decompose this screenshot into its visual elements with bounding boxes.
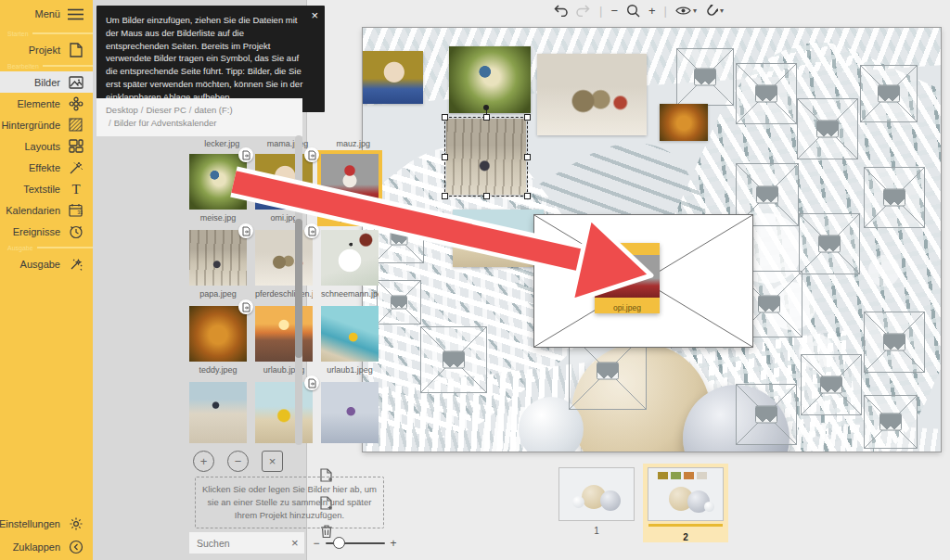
breadcrumb-separator: / bbox=[109, 118, 111, 128]
selection-frame[interactable] bbox=[444, 117, 528, 197]
file-item[interactable] bbox=[189, 382, 247, 443]
dragged-image-chip[interactable]: opi.jpeg bbox=[595, 243, 660, 313]
image-placeholder[interactable] bbox=[864, 167, 925, 228]
view-eye-icon[interactable]: ▾ bbox=[675, 6, 697, 16]
breadcrumb-segment[interactable]: Bilder für Adventskalender bbox=[114, 118, 217, 128]
search-input[interactable] bbox=[195, 537, 291, 550]
image-placeholder[interactable] bbox=[801, 354, 862, 415]
resize-handle-e[interactable] bbox=[524, 154, 531, 160]
file-item-urlaub[interactable]: urlaub.jpeg bbox=[255, 306, 313, 375]
dragged-image-label: opi.jpeg bbox=[595, 303, 660, 312]
file-name[interactable]: mauz.jpg bbox=[320, 139, 386, 148]
placeholder-image-icon bbox=[883, 189, 905, 207]
sidebar-item-zuklappen[interactable]: Zuklappen bbox=[0, 534, 93, 560]
file-item-papa[interactable]: papa.jpeg bbox=[189, 230, 247, 299]
chevron-down-icon[interactable]: ▾ bbox=[720, 6, 724, 15]
sidebar-item-menu[interactable]: Menü bbox=[0, 0, 93, 28]
image-placeholder[interactable] bbox=[676, 48, 734, 106]
file-item-urlaub1[interactable]: urlaub1.jpeg bbox=[321, 306, 379, 375]
file-list-scrollbar[interactable] bbox=[295, 135, 302, 445]
redo-icon[interactable] bbox=[576, 5, 591, 17]
sidebar-item-elemente[interactable]: Elemente bbox=[0, 93, 93, 114]
zoom-in-icon[interactable]: + bbox=[648, 4, 656, 18]
file-thumbnail bbox=[255, 306, 313, 362]
file-item-schneemann[interactable]: schneemann.jpeg bbox=[321, 230, 379, 299]
placed-photo-papa-selected[interactable] bbox=[446, 119, 526, 195]
image-placeholder[interactable] bbox=[736, 384, 797, 445]
design-page[interactable]: opi.jpeg bbox=[363, 28, 941, 452]
sidebar-item-kalendarien[interactable]: Kalendarien 31 bbox=[0, 199, 93, 221]
sidebar-item-hintergruende[interactable]: Hintergründe bbox=[0, 114, 93, 135]
collection-dropzone[interactable]: Klicken Sie oder legen Sie Bilder hier a… bbox=[195, 477, 384, 528]
page-thumbnail-1[interactable]: 1 bbox=[559, 468, 634, 536]
breadcrumb-segment[interactable]: Desktop bbox=[106, 105, 138, 115]
scrollbar-thumb[interactable] bbox=[295, 219, 302, 358]
resize-handle-nw[interactable] bbox=[442, 114, 448, 121]
placed-photo-omi[interactable] bbox=[363, 51, 423, 104]
rotate-handle[interactable] bbox=[483, 105, 489, 110]
file-item[interactable] bbox=[255, 382, 313, 443]
image-placeholder[interactable] bbox=[420, 326, 487, 393]
page-thumbnail-strip: 1 2 bbox=[559, 468, 728, 542]
file-item-omi[interactable]: omi.jpg bbox=[255, 154, 313, 223]
remove-from-collection-button[interactable]: − bbox=[227, 451, 249, 472]
close-icon[interactable]: × bbox=[311, 9, 318, 21]
thumb-size-larger[interactable]: + bbox=[391, 537, 397, 550]
sidebar-item-ereignisse[interactable]: Ereignisse bbox=[0, 221, 93, 242]
used-in-project-badge-icon[interactable] bbox=[238, 147, 253, 162]
breadcrumb-segment[interactable]: daten (F:) bbox=[194, 105, 232, 115]
sidebar-item-bilder[interactable]: Bilder bbox=[0, 71, 93, 93]
placed-photo-pferdeschlitten[interactable] bbox=[537, 54, 647, 135]
used-in-project-badge-icon[interactable] bbox=[238, 299, 253, 314]
file-item-teddy[interactable]: teddy.jpeg bbox=[189, 306, 247, 375]
thumb-size-slider[interactable] bbox=[326, 542, 385, 544]
thumb-size-smaller[interactable]: − bbox=[314, 537, 320, 550]
zoom-out-icon[interactable]: − bbox=[610, 4, 618, 18]
sidebar-item-projekt[interactable]: Projekt bbox=[0, 39, 93, 60]
page-thumbnail-2-selected[interactable]: 2 bbox=[643, 464, 728, 542]
sidebar-item-ausgabe[interactable]: Ausgabe bbox=[0, 253, 93, 274]
file-row: meise.jpg omi.jpg opi.jpeg bbox=[189, 154, 388, 223]
image-placeholder[interactable] bbox=[799, 213, 860, 274]
image-placeholder[interactable] bbox=[736, 63, 797, 124]
used-in-project-badge-icon[interactable] bbox=[304, 375, 319, 390]
placed-photo-auto[interactable] bbox=[453, 210, 544, 267]
clear-collection-button[interactable]: × bbox=[262, 451, 283, 472]
clear-search-icon[interactable]: × bbox=[291, 536, 299, 550]
sidebar-item-einstellungen[interactable]: Einstellungen bbox=[0, 513, 93, 534]
resize-handle-ne[interactable] bbox=[524, 114, 531, 121]
used-in-project-badge-icon[interactable] bbox=[304, 223, 319, 238]
file-item-meise[interactable]: meise.jpg bbox=[189, 154, 247, 223]
used-in-project-badge-icon[interactable] bbox=[304, 147, 319, 162]
sidebar-item-layouts[interactable]: Layouts bbox=[0, 135, 93, 157]
image-placeholder[interactable] bbox=[797, 98, 858, 159]
file-item[interactable] bbox=[321, 382, 379, 443]
resize-handle-n[interactable] bbox=[483, 114, 490, 121]
image-placeholder[interactable] bbox=[860, 65, 918, 122]
used-in-project-badge-icon[interactable] bbox=[238, 223, 253, 238]
placeholder-image-icon bbox=[391, 296, 407, 310]
breadcrumb-segment[interactable]: Dieser PC bbox=[147, 105, 186, 115]
file-item-opi-selected[interactable]: opi.jpeg bbox=[321, 154, 379, 223]
image-placeholder[interactable] bbox=[864, 395, 918, 449]
image-placeholder[interactable] bbox=[864, 312, 925, 373]
placeholder-image-icon bbox=[694, 69, 716, 86]
sidebar-item-effekte[interactable]: Effekte bbox=[0, 157, 93, 178]
sidebar-section-starten: Starten bbox=[0, 28, 93, 39]
resize-handle-w[interactable] bbox=[442, 154, 448, 160]
chevron-down-icon[interactable]: ▾ bbox=[693, 6, 697, 15]
placed-photo-meise[interactable] bbox=[449, 46, 531, 113]
resize-handle-sw[interactable] bbox=[442, 193, 448, 199]
file-thumbnail bbox=[321, 154, 379, 210]
sidebar-item-textstile[interactable]: Textstile T bbox=[0, 178, 93, 199]
placeholder-image-icon bbox=[818, 235, 841, 253]
placed-photo-teddy[interactable] bbox=[660, 104, 708, 141]
add-to-collection-button[interactable]: + bbox=[193, 451, 214, 472]
resize-handle-se[interactable] bbox=[524, 193, 531, 199]
file-item-pferdeschlitten[interactable]: pferdeschlitten.jpg bbox=[255, 230, 313, 299]
snap-magnet-icon[interactable]: ▾ bbox=[705, 5, 724, 18]
undo-icon[interactable] bbox=[553, 5, 568, 17]
zoom-lens-icon[interactable] bbox=[626, 4, 640, 18]
slider-thumb[interactable] bbox=[333, 537, 345, 549]
resize-handle-s[interactable] bbox=[483, 193, 490, 199]
